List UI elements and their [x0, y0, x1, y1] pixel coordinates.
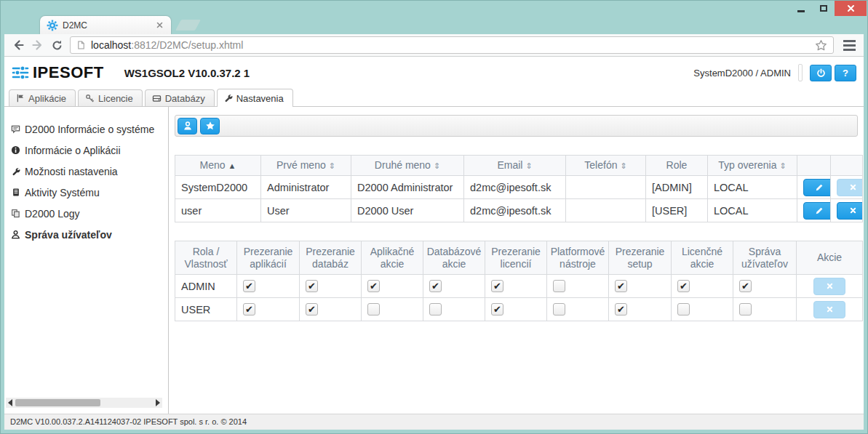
star-icon [815, 39, 827, 52]
sidebar-item-sprava-uzivatelov[interactable]: Správa užívateľov [10, 224, 168, 245]
cell-first-name: Administrator [261, 176, 351, 199]
checkbox[interactable]: ✔ [491, 303, 503, 316]
sidebar-item-aktivity-systemu[interactable]: Aktivity Systému [10, 182, 168, 203]
tab-label: Databázy [165, 93, 205, 104]
close-button[interactable] [835, 1, 867, 16]
refresh-button[interactable] [47, 36, 67, 55]
tab-licencie[interactable]: Licencie [78, 89, 143, 106]
cell-phone [566, 176, 646, 199]
checkbox[interactable]: ✔ [677, 280, 690, 292]
cell-email: d2mc@ipesoft.sk [464, 199, 566, 222]
user-icon [10, 230, 21, 239]
add-user-button[interactable] [178, 118, 197, 134]
users-toolbar [175, 115, 858, 137]
checkbox[interactable]: ✔ [615, 303, 627, 316]
scroll-right-arrow[interactable] [156, 399, 160, 406]
checkbox[interactable] [739, 303, 752, 316]
cell-name: user [175, 199, 261, 222]
roles-table: Rola / Vlastnosť Prezeranie aplikácií Pr… [175, 241, 863, 321]
header-right: SystemD2000 / ADMIN ? [693, 64, 856, 81]
delete-user-button[interactable] [837, 179, 863, 196]
cell-role: [USER] [646, 199, 708, 222]
checkbox[interactable] [429, 303, 442, 316]
edit-user-button[interactable] [803, 202, 831, 220]
tab-nastavenia[interactable]: Nastavenia [217, 89, 293, 107]
ipesoft-logo: IPESOFT [12, 63, 104, 82]
delete-role-button[interactable] [813, 301, 845, 318]
sort-icon: ⇕ [525, 161, 532, 170]
user-row: user User D2000 User d2mc@ipesoft.sk [US… [175, 199, 863, 222]
comment-icon [10, 124, 21, 134]
cell-role-name: ADMIN [175, 275, 237, 298]
col-licencne-akcie: Licenčné akcie [672, 241, 733, 275]
users-table: Meno▲ Prvé meno⇕ Druhé meno⇕ Email⇕ Tele… [175, 155, 863, 222]
back-icon [12, 39, 25, 52]
address-bar[interactable]: localhost:8812/D2MC/setup.xhtml [70, 36, 834, 54]
checkbox[interactable]: ✔ [306, 303, 318, 316]
app-tab-bar: Aplikácie Licencie Databázy Nastavenia [4, 89, 864, 107]
forward-icon [31, 39, 44, 52]
cell-role: [ADMIN] [646, 176, 708, 199]
tab-aplikacie[interactable]: Aplikácie [9, 89, 76, 106]
checkbox[interactable] [677, 303, 690, 316]
cell-auth-type: LOCAL [708, 199, 797, 222]
browser-tab[interactable]: D2MC [40, 16, 171, 34]
tab-close-button[interactable] [154, 20, 164, 31]
pencil-icon [815, 183, 824, 192]
col-telefon[interactable]: Telefón⇕ [566, 156, 646, 176]
edit-user-button[interactable] [803, 179, 831, 196]
help-button[interactable]: ? [835, 65, 856, 81]
col-druhe-meno[interactable]: Druhé meno⇕ [351, 156, 464, 176]
users-header-row: Meno▲ Prvé meno⇕ Druhé meno⇕ Email⇕ Tele… [175, 156, 863, 176]
maximize-button[interactable] [812, 1, 835, 16]
roles-button[interactable] [200, 118, 220, 134]
col-edit [797, 156, 831, 176]
checkbox[interactable]: ✔ [243, 303, 255, 316]
checkbox[interactable] [553, 280, 565, 292]
col-prezeranie-databaz: Prezeranie databáz [300, 241, 362, 275]
close-icon [847, 4, 855, 12]
tab-databazy[interactable]: Databázy [145, 89, 215, 106]
checkbox[interactable]: ✔ [367, 280, 380, 292]
forward-button[interactable] [28, 36, 47, 55]
new-tab-button[interactable] [175, 20, 201, 31]
minimize-button[interactable] [789, 1, 812, 16]
back-button[interactable] [8, 36, 28, 55]
checkbox[interactable]: ✔ [306, 280, 318, 292]
sidebar-item-informacie-aplikacii[interactable]: Informácie o Aplikácii [10, 140, 168, 161]
x-icon [849, 206, 857, 214]
col-typ-overenia[interactable]: Typ overenia⇕ [708, 156, 797, 176]
col-prve-meno[interactable]: Prvé meno⇕ [261, 156, 351, 176]
sidebar-item-d2000-informacie[interactable]: D2000 Informácie o systéme [10, 118, 168, 140]
checkbox[interactable]: ✔ [615, 280, 627, 292]
sidebar-item-d2000-logy[interactable]: D2000 Logy [10, 203, 168, 224]
scroll-left-arrow[interactable] [8, 399, 12, 406]
checkbox[interactable] [553, 303, 565, 316]
sidebar-item-label: D2000 Informácie o systéme [25, 124, 154, 135]
main-content: Meno▲ Prvé meno⇕ Druhé meno⇕ Email⇕ Tele… [169, 107, 864, 414]
x-icon [826, 305, 834, 313]
database-icon [152, 94, 162, 103]
delete-role-button[interactable] [813, 278, 845, 295]
sidebar-item-moznosti-nastavenia[interactable]: Možnosti nastavenia [10, 161, 168, 182]
sidebar-item-label: Aktivity Systému [25, 187, 100, 198]
checkbox[interactable] [367, 303, 380, 316]
delete-user-button[interactable] [837, 202, 863, 220]
x-icon [826, 282, 834, 290]
bookmark-star-button[interactable] [815, 39, 827, 52]
logout-button[interactable] [810, 65, 832, 81]
col-prezeranie-licencii: Prezeranie licencií [485, 241, 547, 275]
col-email[interactable]: Email⇕ [464, 156, 566, 176]
scrollbar-thumb[interactable] [15, 399, 100, 406]
x-icon [849, 183, 857, 191]
header-divider-button[interactable] [798, 64, 803, 81]
sidebar-item-label: Správa užívateľov [25, 229, 112, 241]
checkbox[interactable]: ✔ [429, 280, 442, 292]
col-meno[interactable]: Meno▲ [175, 156, 261, 176]
checkbox[interactable]: ✔ [491, 280, 503, 292]
col-prezeranie-aplikacii: Prezeranie aplikácií [237, 241, 300, 275]
checkbox[interactable]: ✔ [243, 280, 255, 292]
browser-menu-button[interactable] [838, 36, 860, 55]
gear-favicon-icon [47, 20, 58, 31]
checkbox[interactable]: ✔ [739, 280, 752, 292]
